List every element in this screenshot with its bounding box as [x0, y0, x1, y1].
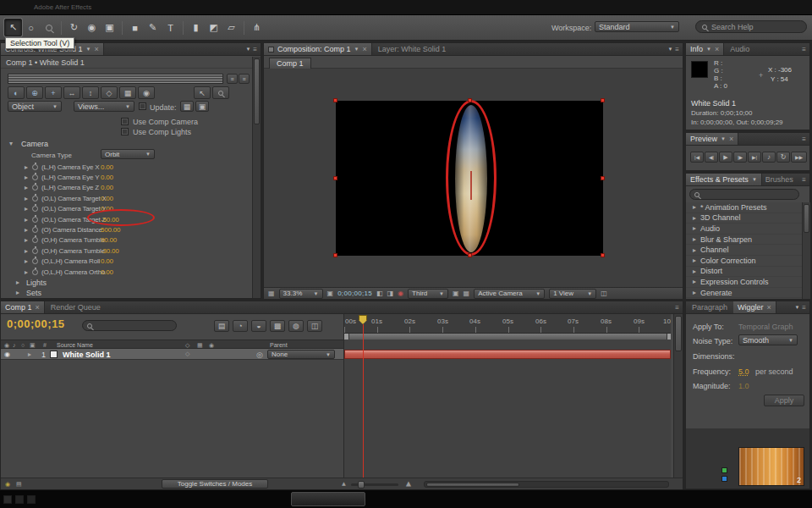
comp-flowchart-button[interactable]: ▤	[214, 320, 229, 332]
layer-row[interactable]: ◉ ▸ 1 White Solid 1 ◇ ◎ None ▼	[1, 349, 343, 360]
twirl-icon[interactable]: ▸	[25, 163, 32, 171]
work-area-end-handle[interactable]	[667, 334, 671, 340]
view-layout-dropdown[interactable]: 1 View ▼	[549, 289, 596, 299]
close-icon[interactable]: ×	[95, 45, 99, 53]
previous-frame-button[interactable]: ◀|	[705, 152, 718, 163]
snapshot-icon[interactable]: ◧	[376, 290, 383, 297]
comp-tab[interactable]: Comp 1	[269, 58, 311, 69]
brush-tool-button[interactable]: ▮	[187, 19, 205, 36]
hide-shy-button[interactable]: ◒	[251, 320, 266, 332]
graph-editor-button[interactable]: ◫	[307, 320, 322, 332]
effects-category-row[interactable]: ▸* Animation Presets	[686, 202, 804, 213]
panel-menu-arrow-icon[interactable]: ▼	[245, 47, 250, 52]
effects-scrollbar[interactable]	[802, 202, 810, 299]
twirl-icon[interactable]: ▸	[25, 226, 32, 234]
eraser-tool-button[interactable]: ▱	[222, 19, 240, 36]
chevron-down-icon[interactable]: ▼	[752, 177, 757, 182]
magnification-dropdown[interactable]: 33.3% ▼	[279, 289, 323, 299]
play-button[interactable]: ▶	[719, 152, 732, 163]
magnitude-value[interactable]: 1.0	[738, 382, 749, 390]
render-toggle-button[interactable]: ◉	[138, 86, 155, 99]
pixel-aspect-icon[interactable]: ◫	[601, 290, 607, 297]
effects-category-row[interactable]: ▸3D Channel	[686, 213, 804, 224]
effect-custom-strip[interactable]	[8, 74, 223, 84]
layer-handle[interactable]	[333, 98, 337, 102]
zoom-tool-button[interactable]	[40, 19, 58, 36]
layer-handle[interactable]	[468, 253, 472, 257]
tab-audio[interactable]: Audio	[724, 43, 755, 55]
stopwatch-icon[interactable]	[32, 164, 38, 170]
scrollbar-thumb[interactable]	[426, 483, 519, 487]
taskbar-icon[interactable]	[15, 495, 24, 504]
twirl-icon[interactable]: ▸	[25, 195, 32, 202]
pan-behind-tool-button[interactable]: ▣	[101, 19, 118, 36]
move-vertical-button[interactable]: ↕	[82, 86, 99, 99]
layer-handle[interactable]	[601, 98, 605, 102]
frequency-value[interactable]: 5.0	[738, 367, 749, 376]
panel-menu-icon[interactable]: ≡	[253, 46, 257, 53]
camera-type-dropdown[interactable]: Orbit ▼	[101, 149, 155, 159]
audio-toggle-button[interactable]: ♪	[762, 152, 776, 163]
move-horizontal-button[interactable]: ↔	[63, 86, 80, 99]
twirl-icon[interactable]: ▸	[28, 351, 36, 358]
twirl-icon[interactable]: ▸	[693, 268, 700, 275]
chevron-down-icon[interactable]: ▼	[721, 136, 726, 141]
object-dropdown[interactable]: Object ▼	[8, 101, 62, 112]
panel-menu-icon[interactable]: ≡	[675, 304, 679, 312]
update-option-button[interactable]: ▦	[180, 101, 194, 112]
stopwatch-icon[interactable]	[32, 217, 38, 223]
frame-blend-button[interactable]: ▩	[270, 320, 285, 332]
twirl-icon[interactable]: ▸	[25, 205, 32, 213]
taskbar-icon[interactable]	[3, 495, 12, 504]
scrollbar-thumb[interactable]	[675, 316, 682, 351]
stopwatch-icon[interactable]	[32, 248, 38, 254]
time-ruler[interactable]: 00s 01s 02s 03s 04s 05s 06s 07s 08s 09s …	[343, 314, 671, 340]
panel-menu-icon[interactable]: ≡	[675, 46, 679, 53]
motion-blur-button[interactable]: ◍	[288, 320, 304, 332]
mask-tool-button[interactable]: ■	[126, 19, 144, 36]
close-icon[interactable]: ×	[767, 303, 771, 312]
twirl-icon[interactable]: ▸	[25, 174, 32, 181]
twirl-icon[interactable]: ▸	[25, 257, 32, 265]
property-value[interactable]: 90.00	[101, 236, 117, 244]
hand-tool-button[interactable]: ○	[22, 19, 40, 36]
work-area-start-handle[interactable]	[344, 334, 349, 340]
twirl-icon[interactable]: ▸	[693, 235, 700, 243]
camera-view-dropdown[interactable]: Active Camera ▼	[474, 289, 545, 299]
apply-button[interactable]: Apply	[764, 395, 804, 406]
effect-controls-scrollbar[interactable]	[252, 57, 261, 298]
work-area-bar[interactable]	[344, 333, 671, 340]
show-snapshot-icon[interactable]: ◨	[387, 290, 394, 297]
track-xy-button[interactable]: ⊕	[26, 86, 43, 99]
tab-effects-presets[interactable]: Effects & Presets ▼	[686, 174, 762, 185]
draft-3d-button[interactable]: ◔	[233, 320, 248, 332]
twirl-icon[interactable]: ▸	[16, 289, 24, 296]
twirl-icon[interactable]: ▸	[693, 289, 700, 296]
twirl-icon[interactable]: ▸	[693, 214, 700, 222]
taskbar-app-button[interactable]	[291, 492, 365, 506]
effects-category-row[interactable]: ▸Channel	[686, 245, 804, 256]
layer-switch-icon[interactable]: ◇	[185, 351, 189, 357]
taskbar-icon[interactable]	[27, 495, 36, 504]
composition-viewport[interactable]	[264, 69, 683, 287]
pen-tool-button[interactable]: ✎	[144, 19, 162, 36]
property-value[interactable]: 0.00	[101, 195, 113, 202]
property-value[interactable]: -30.00	[101, 247, 118, 255]
camera-tool-button[interactable]: ◉	[83, 19, 101, 36]
use-comp-camera-checkbox[interactable]	[121, 118, 129, 125]
strip-option-button[interactable]: ≡	[227, 74, 238, 84]
property-value[interactable]: 0.00	[101, 257, 113, 265]
tab-wiggler[interactable]: Wiggler ×	[733, 301, 776, 313]
timeline-search-box[interactable]	[82, 320, 177, 331]
selection-tool-button[interactable]: ↖	[4, 19, 22, 36]
stopwatch-icon[interactable]	[32, 269, 38, 275]
first-frame-button[interactable]: |◀	[690, 152, 704, 163]
close-icon[interactable]: ×	[715, 45, 719, 53]
expand-in-point-icon[interactable]: ◉	[5, 481, 10, 488]
chevron-down-icon[interactable]: ▼	[354, 47, 359, 52]
twirl-open-icon[interactable]: ▾	[9, 140, 17, 147]
property-value[interactable]: 0.00	[101, 184, 113, 191]
layer-handle[interactable]	[468, 98, 472, 102]
toggle-switches-modes-button[interactable]: Toggle Switches / Modes	[162, 479, 268, 489]
always-preview-icon[interactable]: ▦	[268, 290, 275, 297]
